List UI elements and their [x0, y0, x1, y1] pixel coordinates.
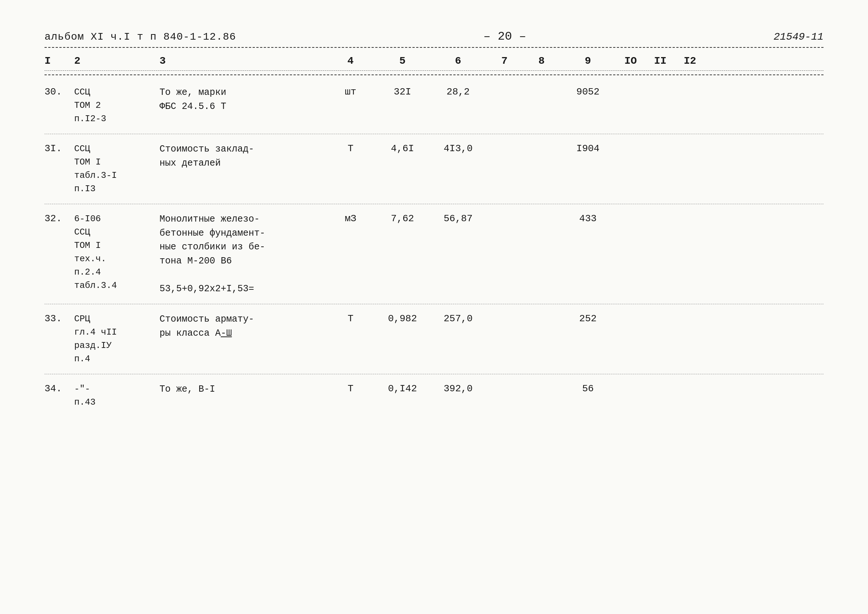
row-qty-34: 0,I42: [375, 382, 430, 394]
row-ref-30: ССЦТОМ 2п.I2-3: [70, 85, 156, 126]
row-num-30: 30.: [45, 85, 70, 98]
row-ref-32: 6-I06ССЦТОМ Iтех.ч.п.2.4табл.3.4: [70, 212, 156, 292]
row-divider-32: [45, 304, 823, 304]
col-header-8: 8: [523, 55, 560, 67]
header: альбом XI ч.I т п 840-1-12.86 – 20 – 215…: [45, 29, 823, 43]
table-row: 33. СРЦгл.4 чIIразд.IУп.4 Стоимость арма…: [45, 306, 823, 372]
row-num-31: 3I.: [45, 142, 70, 154]
row-ref-34: -"-п.43: [70, 382, 156, 409]
table-row: 32. 6-I06ССЦТОМ Iтех.ч.п.2.4табл.3.4 Мон…: [45, 206, 823, 302]
row-price-34: 392,0: [430, 382, 486, 394]
row-price-30: 28,2: [430, 85, 486, 98]
col-header-2: 2: [70, 55, 156, 67]
row-price-31: 4I3,0: [430, 142, 486, 154]
row-qty-30: 32I: [375, 85, 430, 98]
col-header-7: 7: [486, 55, 523, 67]
table-row: 34. -"-п.43 То же, В-I Т 0,I42 392,0 56: [45, 376, 823, 416]
table-row: 30. ССЦТОМ 2п.I2-3 То же, маркиФБС 24.5.…: [45, 79, 823, 132]
page: альбом XI ч.I т п 840-1-12.86 – 20 – 215…: [0, 0, 868, 614]
row-unit-34: Т: [327, 382, 375, 394]
header-center: – 20 –: [483, 29, 526, 43]
row-desc-30: То же, маркиФБС 24.5.6 Т: [156, 85, 327, 113]
table-row: 3I. ССЦТОМ Iтабл.3-Iп.I3 Стоимость закла…: [45, 136, 823, 202]
col-header-11: II: [646, 55, 675, 67]
header-right: 21549-11: [774, 31, 823, 43]
col-header-6: 6: [430, 55, 486, 67]
row-ref-31: ССЦТОМ Iтабл.3-Iп.I3: [70, 142, 156, 195]
row-num-33: 33.: [45, 312, 70, 324]
column-headers: I 2 3 4 5 6 7 8 9 IO II: [45, 51, 823, 71]
row-divider-30: [45, 134, 823, 134]
col-header-3: 3: [156, 55, 327, 67]
data-rows: 30. ССЦТОМ 2п.I2-3 То же, маркиФБС 24.5.…: [45, 79, 823, 416]
row-9-30: 9052: [560, 85, 616, 98]
row-9-31: I904: [560, 142, 616, 154]
row-price-32: 56,87: [430, 212, 486, 224]
row-desc-31: Стоимость заклад-ных деталей: [156, 142, 327, 170]
header-dashed-line: [45, 47, 823, 48]
col-header-10: IO: [616, 55, 646, 67]
col-header-1: I: [45, 55, 70, 67]
col-header-12: I2: [675, 55, 705, 67]
row-ref-33: СРЦгл.4 чIIразд.IУп.4: [70, 312, 156, 366]
col-header-dashed-line: [45, 74, 823, 75]
header-left: альбом XI ч.I т п 840-1-12.86: [45, 31, 236, 43]
row-qty-31: 4,6I: [375, 142, 430, 154]
row-unit-31: Т: [327, 142, 375, 154]
row-9-33: 252: [560, 312, 616, 324]
col-header-9: 9: [560, 55, 616, 67]
row-desc-34: То же, В-I: [156, 382, 327, 397]
row-unit-30: шт: [327, 85, 375, 98]
row-unit-33: Т: [327, 312, 375, 324]
row-num-32: 32.: [45, 212, 70, 224]
col-header-4: 4: [327, 55, 375, 67]
row-desc-33: Стоимость армату-ры класса А-Ш: [156, 312, 327, 340]
row-num-34: 34.: [45, 382, 70, 394]
row-9-34: 56: [560, 382, 616, 394]
row-price-33: 257,0: [430, 312, 486, 324]
row-unit-32: мЗ: [327, 212, 375, 224]
row-divider-33: [45, 374, 823, 374]
col-header-5: 5: [375, 55, 430, 67]
row-qty-32: 7,62: [375, 212, 430, 224]
row-9-32: 433: [560, 212, 616, 224]
row-desc-32: Монолитные железо-бетонные фундамент-ные…: [156, 212, 327, 296]
row-qty-33: 0,982: [375, 312, 430, 324]
row-divider-31: [45, 204, 823, 204]
